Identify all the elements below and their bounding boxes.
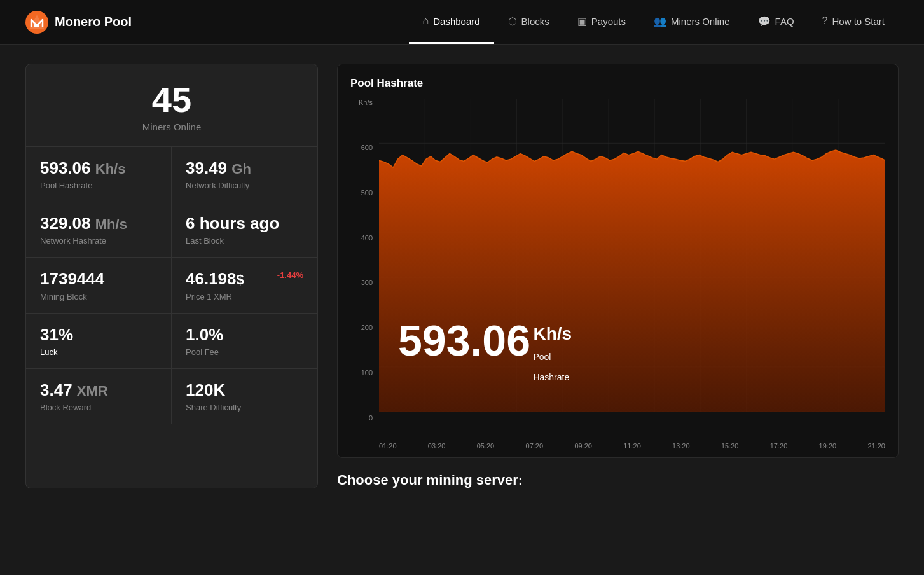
pool-fee-value: 1.0% (186, 325, 303, 345)
block-reward-label: Block Reward (40, 403, 157, 412)
mining-block-value: 1739444 (40, 269, 157, 289)
blocks-icon: ⬡ (508, 15, 517, 27)
nav-item-blocks[interactable]: ⬡ Blocks (494, 0, 563, 44)
nav-item-how-to-start[interactable]: ? How to Start (808, 0, 899, 44)
stats-grid: 593.06 Kh/s Pool Hashrate 39.49 Gh Netwo… (26, 147, 317, 424)
miners-icon: 👥 (654, 15, 666, 27)
faq-icon: 💬 (758, 15, 771, 27)
share-difficulty-value: 120K (186, 380, 303, 400)
last-block-value: 6 hours ago (186, 214, 303, 233)
header: Monero Pool ⌂ Dashboard ⬡ Blocks ▣ Payou… (0, 0, 924, 45)
pool-fee-cell: 1.0% Pool Fee (172, 314, 317, 369)
nav-item-payouts[interactable]: ▣ Payouts (563, 0, 640, 44)
x-label-2: 05:20 (477, 442, 495, 450)
network-difficulty-label: Network Difficulty (186, 181, 303, 190)
y-label-600: 600 (361, 144, 373, 151)
logo-area: Monero Pool (25, 11, 132, 34)
nav-item-faq[interactable]: 💬 FAQ (744, 0, 808, 44)
luck-value: 31% (40, 325, 157, 345)
price-cell: -1.44% 46.198$ Price 1 XMR (172, 258, 317, 313)
y-label-100: 100 (361, 369, 373, 377)
logo-text: Monero Pool (55, 15, 132, 29)
network-hashrate-cell: 329.08 Mh/s Network Hashrate (26, 202, 172, 258)
luck-label: Luck (40, 347, 157, 357)
x-label-9: 19:20 (819, 442, 837, 450)
y-label-400: 400 (361, 234, 373, 242)
network-hashrate-label: Network Hashrate (40, 236, 157, 246)
price-label: Price 1 XMR (186, 292, 303, 301)
y-label-0: 0 (369, 414, 373, 422)
chart-svg (379, 99, 885, 436)
network-hashrate-value: 329.08 Mh/s (40, 214, 157, 233)
last-block-cell: 6 hours ago Last Block (172, 202, 317, 258)
x-label-5: 11:20 (623, 442, 641, 450)
share-difficulty-label: Share Difficulty (186, 403, 303, 412)
howto-icon: ? (822, 15, 828, 27)
x-label-10: 21:20 (867, 442, 885, 450)
y-axis-unit: Kh/s (359, 99, 373, 106)
x-label-0: 01:20 (379, 442, 397, 450)
chart-container: Pool Hashrate Kh/s 600 500 400 300 200 1… (337, 64, 899, 458)
x-label-4: 09:20 (574, 442, 592, 450)
network-difficulty-value: 39.49 Gh (186, 158, 303, 178)
nav-item-miners-online[interactable]: 👥 Miners Online (640, 0, 744, 44)
pool-hashrate-cell: 593.06 Kh/s Pool Hashrate (26, 147, 172, 202)
home-icon: ⌂ (423, 15, 429, 27)
payouts-icon: ▣ (577, 15, 587, 27)
main-content: 45 Miners Online 593.06 Kh/s Pool Hashra… (0, 45, 924, 508)
price-change: -1.44% (277, 270, 303, 280)
share-difficulty-cell: 120K Share Difficulty (172, 369, 317, 424)
monero-logo-icon (25, 11, 48, 34)
network-difficulty-cell: 39.49 Gh Network Difficulty (172, 147, 317, 202)
miners-online-block: 45 Miners Online (26, 64, 317, 147)
y-label-200: 200 (361, 324, 373, 331)
pool-fee-label: Pool Fee (186, 347, 303, 357)
nav: ⌂ Dashboard ⬡ Blocks ▣ Payouts 👥 Miners … (409, 0, 899, 44)
x-label-8: 17:20 (770, 442, 788, 450)
choose-server-label: Choose your mining server: (337, 472, 899, 488)
chart-area: Kh/s 600 500 400 300 200 100 0 (350, 99, 885, 436)
last-block-label: Last Block (186, 236, 303, 246)
x-label-3: 07:20 (526, 442, 544, 450)
x-label-1: 03:20 (428, 442, 446, 450)
x-label-6: 13:20 (672, 442, 690, 450)
miners-online-label: Miners Online (39, 121, 305, 132)
chart-inner: 593.06 Kh/s Pool Hashrate 01:20 03:20 0 (379, 99, 885, 436)
pool-hashrate-label: Pool Hashrate (40, 181, 157, 190)
stats-panel: 45 Miners Online 593.06 Kh/s Pool Hashra… (25, 64, 318, 488)
miners-online-count: 45 (39, 82, 305, 118)
x-label-7: 15:20 (721, 442, 739, 450)
block-reward-cell: 3.47 XMR Block Reward (26, 369, 172, 424)
right-panel: Pool Hashrate Kh/s 600 500 400 300 200 1… (337, 64, 899, 488)
y-label-500: 500 (361, 189, 373, 197)
block-reward-value: 3.47 XMR (40, 380, 157, 400)
nav-item-dashboard[interactable]: ⌂ Dashboard (409, 0, 494, 44)
y-label-300: 300 (361, 279, 373, 286)
mining-block-cell: 1739444 Mining Block (26, 258, 172, 313)
x-axis: 01:20 03:20 05:20 07:20 09:20 11:20 13:2… (379, 438, 885, 450)
pool-hashrate-value: 593.06 Kh/s (40, 158, 157, 178)
mining-block-label: Mining Block (40, 292, 157, 301)
y-axis: Kh/s 600 500 400 300 200 100 0 (350, 99, 379, 436)
chart-title: Pool Hashrate (350, 77, 885, 90)
luck-cell: 31% Luck (26, 314, 172, 369)
